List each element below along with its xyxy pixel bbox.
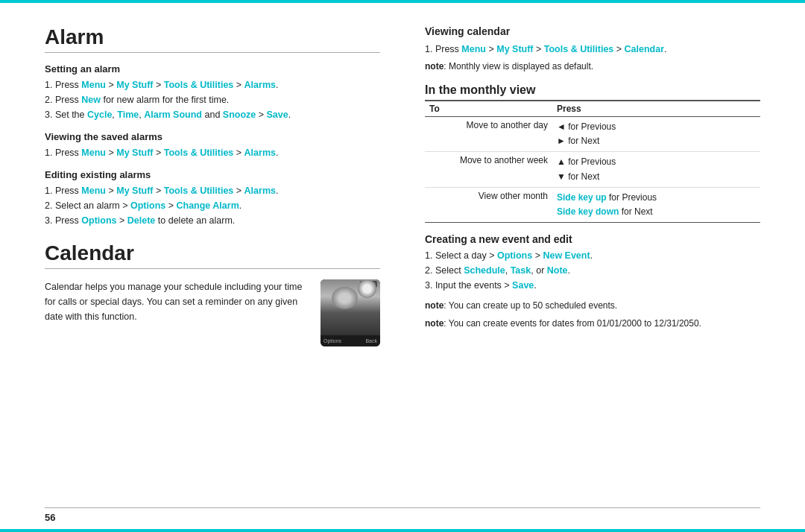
ce-step2: 2. Select Schedule, Task, or Note. <box>425 263 760 278</box>
creating-steps: 1. Select a day > Options > New Event. 2… <box>425 248 760 293</box>
ea-step2-options: Options <box>130 200 165 211</box>
phone-image: (147) Options Back <box>321 279 380 346</box>
ce-step3-end: . <box>534 280 536 291</box>
step1-mystuff: My Stuff <box>116 80 153 90</box>
row1-label: Move to another day <box>425 117 552 152</box>
vs-step1-alarms: Alarms <box>244 148 276 158</box>
ce-step3: 3. Input the events > Save. <box>425 278 760 293</box>
phone-bottom-bar: Options Back <box>321 335 380 346</box>
table-row: View other month Side key up for Previou… <box>425 187 760 222</box>
ce-step2-end: . <box>568 265 570 276</box>
ce-step2-pre: 2. Select <box>425 265 464 276</box>
vs-step1-sep3: > <box>233 148 244 158</box>
phone-screen: (147) <box>321 279 380 335</box>
phone-screen-inner: (147) <box>321 279 380 335</box>
ea-step1-mystuff: My Stuff <box>116 186 153 196</box>
step3-sep3: and <box>202 110 223 120</box>
ea-step3-end: to delete an alarm. <box>155 215 235 226</box>
viewing-saved-steps: 1. Press Menu > My Stuff > Tools & Utili… <box>45 145 380 160</box>
main-content: Alarm Setting an alarm 1. Press Menu > M… <box>0 3 805 507</box>
viewing-calendar-step1: 1. Press Menu > My Stuff > Tools & Utili… <box>425 42 760 57</box>
ce-step2-schedule: Schedule <box>464 265 505 276</box>
ea-step3-delete: Delete <box>127 215 156 226</box>
vc-step1-calendar: Calendar <box>625 44 665 54</box>
ea-step1-sep1: > <box>106 186 116 196</box>
ea-step3: 3. Press Options > Delete to delete an a… <box>45 213 380 228</box>
cn1-label: note <box>425 300 443 311</box>
ea-step1-sep2: > <box>154 186 164 196</box>
step1-tools: Tools & Utilities <box>164 80 234 90</box>
setting-step1: 1. Press Menu > My Stuff > Tools & Utili… <box>45 77 380 92</box>
ea-step1-pre: 1. Press <box>45 186 81 196</box>
calendar-section: Calendar Calendar helps you manage your … <box>45 241 380 346</box>
step2-end: for new alarm for the first time. <box>101 95 229 105</box>
cn2-label: note <box>425 318 443 329</box>
viewing-calendar-title: Viewing calendar <box>425 25 760 37</box>
setting-step2: 2. Press New for new alarm for the first… <box>45 92 380 107</box>
table-row: Move to another week ▲ for Previous▼ for… <box>425 152 760 187</box>
step1-pre: 1. Press <box>45 80 81 90</box>
monthly-view-title: In the monthly view <box>425 83 760 101</box>
ea-step2: 2. Select an alarm > Options > Change Al… <box>45 198 380 213</box>
row3-label: View other month <box>425 187 552 222</box>
cn1-text: : You can create up to 50 scheduled even… <box>443 300 617 311</box>
monthly-view-table: To Press Move to another day ◄ for Previ… <box>425 101 760 223</box>
row2-label: Move to another week <box>425 152 552 187</box>
viewing-saved-title: Viewing the saved alarms <box>45 131 380 142</box>
editing-alarms-title: Editing existing alarms <box>45 169 380 180</box>
vc-step1-end: . <box>664 44 666 54</box>
ea-step2-end: . <box>239 200 242 211</box>
ea-step3-options: Options <box>81 215 116 226</box>
ce-step1-pre: 1. Select a day > <box>425 250 497 261</box>
ea-step1: 1. Press Menu > My Stuff > Tools & Utili… <box>45 183 380 198</box>
vc-step1-sep1: > <box>486 44 496 54</box>
table-row: Move to another day ◄ for Previous► for … <box>425 117 760 152</box>
ea-step1-tools: Tools & Utilities <box>164 186 234 196</box>
ce-step1-sep: > <box>532 250 543 261</box>
bottom-border <box>0 529 805 532</box>
step2-pre: 2. Press <box>45 95 81 105</box>
phone-counter: (147) <box>360 281 377 288</box>
vc-note-text: : Monthly view is displayed as default. <box>443 61 593 72</box>
footer-area: 56 <box>0 508 805 532</box>
row3-action: Side key up for PreviousSide key down fo… <box>552 187 760 222</box>
ce-step2-sep1: , <box>505 265 511 276</box>
ea-step2-pre: 2. Select an alarm > <box>45 200 130 211</box>
step3-end: . <box>288 110 291 120</box>
step1-sep1: > <box>106 80 116 90</box>
ea-step1-menu: Menu <box>81 186 106 196</box>
ce-step1: 1. Select a day > Options > New Event. <box>425 248 760 263</box>
vc-step1-sep3: > <box>613 44 624 54</box>
ce-step2-task: Task <box>511 265 531 276</box>
phone-btn-left: Options <box>323 338 341 343</box>
table-header-row: To Press <box>425 101 760 117</box>
ea-step3-sep: > <box>117 215 127 226</box>
phone-btn-right: Back <box>365 338 377 343</box>
creating-note1: note: You can create up to 50 scheduled … <box>425 299 760 312</box>
step1-alarms: Alarms <box>244 80 276 90</box>
calendar-intro-block: Calendar helps you manage your schedule … <box>45 279 380 346</box>
ea-step1-alarms: Alarms <box>244 186 276 196</box>
vc-step1-menu: Menu <box>461 44 486 54</box>
ce-step1-newevent: New Event <box>543 250 590 261</box>
step2-new: New <box>81 95 101 105</box>
step1-end: . <box>276 80 278 90</box>
vc-step1-mystuff: My Stuff <box>496 44 533 54</box>
step1-sep2: > <box>154 80 164 90</box>
vc-step1-tools: Tools & Utilities <box>544 44 614 54</box>
setting-step3: 3. Set the Cycle, Time, Alarm Sound and … <box>45 107 380 122</box>
creating-event-title: Creating a new event and edit <box>425 233 760 245</box>
step1-menu: Menu <box>81 80 106 90</box>
ea-step1-end: . <box>276 186 278 196</box>
step3-time: Time <box>117 110 139 120</box>
vs-step1-pre: 1. Press <box>45 148 81 158</box>
ce-step3-pre: 3. Input the events > <box>425 280 512 291</box>
row1-action: ◄ for Previous► for Next <box>552 117 760 152</box>
vs-step1-mystuff: My Stuff <box>116 148 153 158</box>
table-header-press: Press <box>552 101 760 117</box>
table-header-to: To <box>425 101 552 117</box>
ce-step2-sep2: , or <box>531 265 547 276</box>
page-container: Alarm Setting an alarm 1. Press Menu > M… <box>0 0 805 532</box>
editing-alarms-steps: 1. Press Menu > My Stuff > Tools & Utili… <box>45 183 380 228</box>
ce-step1-options: Options <box>497 250 532 261</box>
